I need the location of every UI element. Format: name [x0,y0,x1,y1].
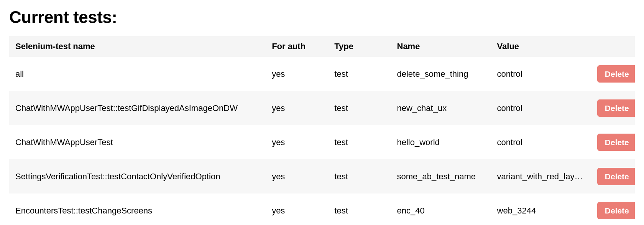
cell-action: Delete [591,57,635,91]
cell-action: Delete [591,91,635,125]
table-row: ChatWithMWAppUserTest::testGifDisplayedA… [9,91,635,125]
col-header-test-name: Selenium-test name [9,36,266,57]
col-header-type: Type [328,36,391,57]
col-header-action [591,36,635,57]
cell-value: variant_with_red_layout [491,159,591,194]
delete-button[interactable]: Delete [597,202,635,219]
delete-button[interactable]: Delete [597,65,635,83]
table-row: SettingsVerificationTest::testContactOnl… [9,159,635,194]
cell-name: enc_40 [391,194,491,225]
table-row: EncountersTest::testChangeScreensyestest… [9,194,635,225]
cell-for-auth: yes [266,91,328,125]
cell-name: some_ab_test_name [391,159,491,194]
cell-value: control [491,57,591,91]
col-header-value: Value [491,36,591,57]
cell-for-auth: yes [266,194,328,225]
delete-button[interactable]: Delete [597,168,635,185]
cell-type: test [328,125,391,159]
cell-for-auth: yes [266,57,328,91]
cell-action: Delete [591,125,635,159]
cell-value: control [491,91,591,125]
col-header-name: Name [391,36,491,57]
cell-test-name: ChatWithMWAppUserTest::testGifDisplayedA… [9,91,266,125]
cell-type: test [328,57,391,91]
delete-button[interactable]: Delete [597,134,635,151]
cell-type: test [328,159,391,194]
cell-for-auth: yes [266,159,328,194]
cell-name: hello_world [391,125,491,159]
cell-test-name: SettingsVerificationTest::testContactOnl… [9,159,266,194]
cell-test-name: ChatWithMWAppUserTest [9,125,266,159]
table-header-row: Selenium-test name For auth Type Name Va… [9,36,635,57]
cell-for-auth: yes [266,125,328,159]
tests-table: Selenium-test name For auth Type Name Va… [9,36,635,225]
cell-name: delete_some_thing [391,57,491,91]
col-header-for-auth: For auth [266,36,328,57]
delete-button[interactable]: Delete [597,99,635,117]
cell-test-name: all [9,57,266,91]
cell-action: Delete [591,159,635,194]
cell-type: test [328,91,391,125]
table-row: allyestestdelete_some_thingcontrolDelete [9,57,635,91]
cell-type: test [328,194,391,225]
page-title: Current tests: [9,8,635,27]
cell-test-name: EncountersTest::testChangeScreens [9,194,266,225]
table-row: ChatWithMWAppUserTestyestesthello_worldc… [9,125,635,159]
cell-action: Delete [591,194,635,225]
cell-name: new_chat_ux [391,91,491,125]
cell-value: control [491,125,591,159]
cell-value: web_3244 [491,194,591,225]
